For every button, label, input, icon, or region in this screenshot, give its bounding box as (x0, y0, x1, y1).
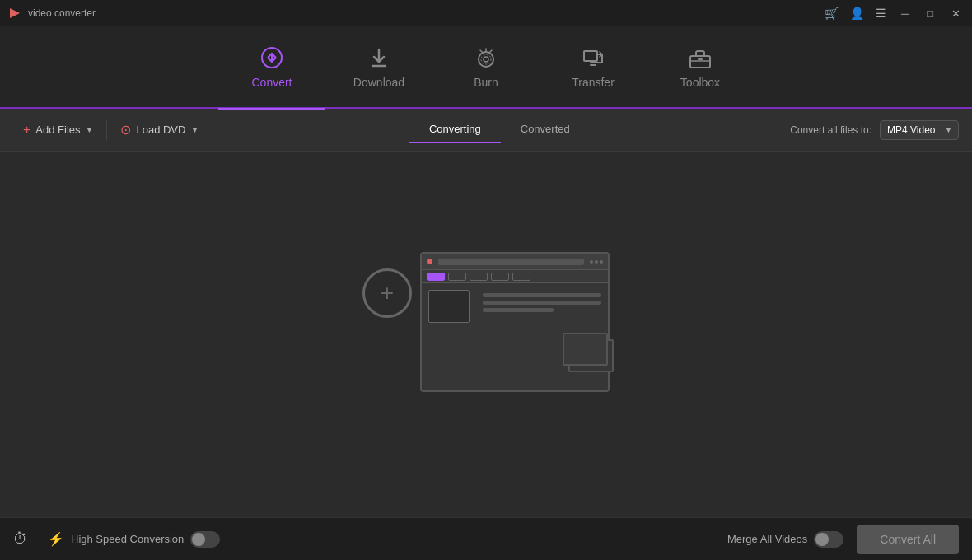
browser-content-lines (483, 293, 601, 315)
convert-all-label: Convert all files to: (790, 124, 872, 136)
browser-window (420, 252, 610, 392)
tabs-area: Converting Converted (208, 116, 790, 143)
high-speed-label: High Speed Conversion (71, 533, 184, 545)
toggle-knob (192, 533, 205, 546)
browser-dots (590, 260, 603, 264)
browser-tab-1 (427, 273, 445, 281)
convert-icon (259, 44, 285, 71)
toolbar-divider-1 (106, 120, 107, 140)
svg-point-6 (481, 54, 491, 64)
cursor-area (428, 323, 601, 356)
browser-body (422, 283, 608, 362)
browser-tab-2 (448, 273, 466, 281)
nav-item-burn[interactable]: Burn (432, 26, 540, 108)
add-files-button[interactable]: + Add Files ▼ (13, 118, 103, 142)
minimize-button[interactable]: ─ (898, 6, 912, 21)
nav-label-convert: Convert (251, 76, 292, 89)
main-content: + (0, 152, 972, 517)
menu-icon[interactable]: ☰ (876, 7, 886, 20)
tab-converted[interactable]: Converted (501, 116, 590, 143)
browser-address-bar (438, 259, 584, 265)
format-select[interactable]: MP4 Video AVI Video MOV Video MKV Video … (880, 120, 959, 140)
browser-line-2 (483, 301, 601, 305)
plus-icon: + (381, 282, 394, 305)
add-files-label: Add Files (35, 124, 80, 136)
add-files-illustration: + (362, 252, 610, 417)
browser-mini-dot-3 (600, 260, 603, 264)
browser-tab-3 (470, 273, 488, 281)
merge-toggle-knob (815, 533, 829, 546)
svg-point-5 (484, 57, 488, 62)
nav-item-download[interactable]: Download (325, 26, 432, 108)
user-icon[interactable]: 👤 (850, 7, 864, 20)
cart-icon[interactable]: 🛒 (825, 7, 839, 20)
browser-mini-dot-2 (595, 260, 598, 264)
nav-label-burn: Burn (474, 76, 498, 89)
nav-item-toolbox[interactable]: Toolbox (647, 26, 754, 108)
close-button[interactable]: ✕ (948, 6, 964, 21)
bottombar: ⏱ ⚡ High Speed Conversion Merge All Vide… (0, 517, 972, 560)
transfer-icon (580, 44, 606, 71)
nav-item-transfer[interactable]: Transfer (540, 26, 647, 108)
browser-tabs (422, 270, 608, 283)
convert-all-area: Convert all files to: MP4 Video AVI Vide… (790, 120, 959, 140)
stacked-page-1 (563, 333, 608, 366)
add-icon: + (23, 123, 30, 138)
navbar: Convert Download Burn Transfer (0, 26, 972, 109)
browser-line-1 (483, 293, 601, 297)
load-dvd-arrow-icon: ▼ (190, 125, 199, 134)
history-button[interactable]: ⏱ (13, 530, 28, 548)
load-dvd-label: Load DVD (136, 124, 185, 136)
dvd-icon: ⊙ (120, 122, 131, 138)
lightning-icon: ⚡ (48, 531, 64, 547)
titlebar-right: 🛒 👤 ☰ ─ □ ✕ (825, 6, 964, 21)
merge-toggle[interactable] (814, 531, 843, 548)
toolbar: + Add Files ▼ ⊙ Load DVD ▼ Converting Co… (0, 109, 972, 152)
high-speed-area: ⚡ High Speed Conversion (48, 531, 220, 548)
add-plus-circle[interactable]: + (362, 268, 412, 318)
toolbox-icon (687, 44, 713, 71)
app-logo-icon (8, 7, 21, 20)
nav-label-toolbox: Toolbox (680, 76, 720, 89)
browser-tab-5 (512, 273, 530, 281)
merge-area: Merge All Videos (727, 531, 843, 548)
nav-item-convert[interactable]: Convert (218, 26, 325, 108)
titlebar-left: video converter (8, 7, 96, 20)
browser-mini-dot-1 (590, 260, 593, 264)
download-icon (366, 44, 392, 71)
browser-image-placeholder (428, 290, 470, 323)
browser-line-3 (483, 308, 554, 312)
tab-converting[interactable]: Converting (409, 116, 501, 143)
svg-rect-7 (584, 51, 597, 61)
svg-rect-9 (690, 56, 710, 68)
app-name: video converter (28, 7, 96, 19)
convert-all-button[interactable]: Convert All (857, 525, 959, 554)
load-dvd-button[interactable]: ⊙ Load DVD ▼ (110, 117, 208, 142)
browser-titlebar (422, 254, 608, 270)
empty-state: + (362, 252, 610, 417)
svg-marker-0 (10, 8, 20, 18)
titlebar: video converter 🛒 👤 ☰ ─ □ ✕ (0, 0, 972, 26)
burn-icon (473, 44, 499, 71)
nav-label-download: Download (353, 76, 404, 89)
browser-tab-4 (491, 273, 509, 281)
format-select-wrapper[interactable]: MP4 Video AVI Video MOV Video MKV Video … (880, 120, 959, 140)
high-speed-toggle[interactable] (190, 531, 220, 548)
nav-label-transfer: Transfer (572, 76, 615, 89)
maximize-button[interactable]: □ (923, 6, 937, 21)
merge-label: Merge All Videos (727, 533, 807, 545)
add-files-arrow-icon: ▼ (86, 125, 94, 134)
browser-dot-red (427, 259, 432, 264)
